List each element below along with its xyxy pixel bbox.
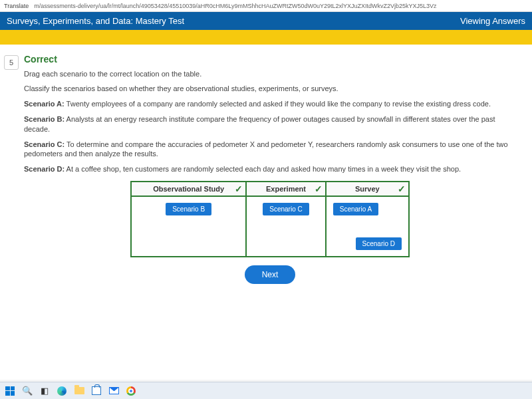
scenario-a-label: Scenario A: xyxy=(24,100,65,108)
next-button[interactable]: Next xyxy=(245,265,296,284)
column-observational: Observational Study ✓ xyxy=(131,182,246,196)
question-content: 5 Correct Drag each scenario to the corr… xyxy=(0,45,532,380)
scenario-b-label: Scenario B: xyxy=(24,115,65,123)
address-bar[interactable]: m/assessments-delivery/ua/lr/mt/launch/4… xyxy=(34,3,528,9)
task-view-icon[interactable]: ◧ xyxy=(39,385,51,397)
chip-scenario-b[interactable]: Scenario B xyxy=(166,203,211,215)
instruction-text: Drag each scenario to the correct locati… xyxy=(24,70,516,78)
classify-text: Classify the scenarios based on whether … xyxy=(24,84,516,92)
scenario-a: Scenario A: Twenty employees of a compan… xyxy=(24,99,516,109)
scenario-c-label: Scenario C: xyxy=(24,140,65,148)
header-accent-bar xyxy=(0,30,532,45)
search-icon[interactable]: 🔍 xyxy=(21,385,33,397)
chip-scenario-c[interactable]: Scenario C xyxy=(263,203,309,215)
dropzone-observational[interactable]: Scenario B xyxy=(131,196,246,257)
edge-icon[interactable] xyxy=(56,385,68,397)
scenario-d-label: Scenario D: xyxy=(24,165,65,173)
chrome-icon[interactable] xyxy=(125,385,137,397)
page-header: Surveys, Experiments, and Data: Mastery … xyxy=(0,12,532,30)
chip-scenario-a[interactable]: Scenario A xyxy=(333,203,378,215)
question-number: 5 xyxy=(4,55,19,70)
viewing-status: Viewing Answers xyxy=(460,16,525,26)
scenario-a-text: Twenty employees of a company are random… xyxy=(66,100,491,108)
explorer-icon[interactable] xyxy=(73,385,85,397)
check-icon: ✓ xyxy=(235,184,243,194)
classification-table: Observational Study ✓ Experiment ✓ Surve… xyxy=(130,181,410,257)
dropzone-survey[interactable]: Scenario A Scenario D xyxy=(326,196,409,257)
page-title: Surveys, Experiments, and Data: Mastery … xyxy=(7,16,184,26)
column-survey-label: Survey xyxy=(355,185,380,193)
scenario-b: Scenario B: Analysts at an energy resear… xyxy=(24,114,516,134)
chip-scenario-d[interactable]: Scenario D xyxy=(356,237,402,250)
scenario-d-text: At a coffee shop, ten customers are rand… xyxy=(66,165,462,173)
dropzone-experiment[interactable]: Scenario C xyxy=(246,196,326,257)
browser-chrome: Translate m/assessments-delivery/ua/lr/m… xyxy=(0,0,532,12)
correct-label: Correct xyxy=(24,54,516,65)
scenario-c-text: To determine and compare the accuracies … xyxy=(24,140,508,158)
taskbar: 🔍 ◧ xyxy=(0,382,532,399)
check-icon: ✓ xyxy=(315,184,323,194)
column-survey: Survey ✓ xyxy=(326,182,409,196)
start-icon[interactable] xyxy=(4,385,16,397)
column-observational-label: Observational Study xyxy=(153,185,224,193)
scenario-b-text: Analysts at an energy research institute… xyxy=(24,115,495,133)
check-icon: ✓ xyxy=(398,184,406,194)
mail-icon[interactable] xyxy=(108,385,120,397)
store-icon[interactable] xyxy=(90,385,102,397)
browser-tab-label[interactable]: Translate xyxy=(4,3,29,9)
scenario-d: Scenario D: At a coffee shop, ten custom… xyxy=(24,164,516,174)
column-experiment-label: Experiment xyxy=(266,185,306,193)
column-experiment: Experiment ✓ xyxy=(246,182,326,196)
scenario-c: Scenario C: To determine and compare the… xyxy=(24,140,516,160)
